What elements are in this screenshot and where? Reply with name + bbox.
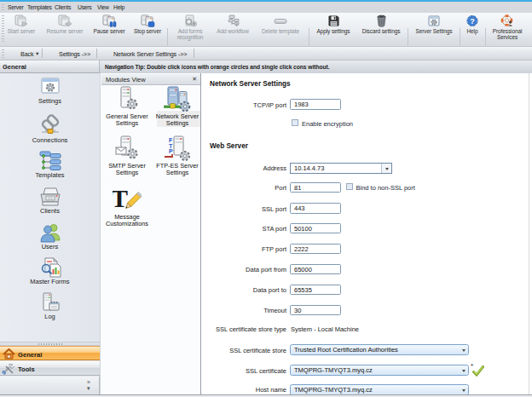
svg-text:P: P xyxy=(169,148,173,154)
svg-text:?: ? xyxy=(470,17,474,26)
